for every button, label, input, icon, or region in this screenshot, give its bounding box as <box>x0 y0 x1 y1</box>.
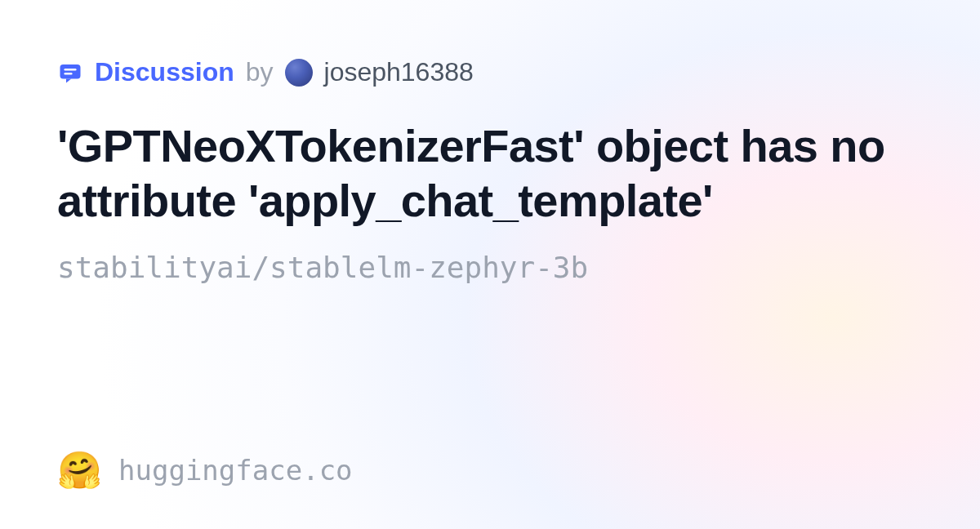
header-row: Discussion by joseph16388 <box>57 57 923 87</box>
avatar <box>285 59 313 87</box>
footer: 🤗 huggingface.co <box>57 452 923 488</box>
svg-rect-0 <box>60 64 81 79</box>
discussion-title: 'GPTNeoXTokenizerFast' object has no att… <box>57 118 923 228</box>
discussion-label: Discussion <box>95 57 234 87</box>
huggingface-emoji-icon: 🤗 <box>57 452 102 488</box>
svg-rect-2 <box>65 73 73 75</box>
discussion-icon <box>57 60 83 86</box>
repo-path: stabilityai/stablelm-zephyr-3b <box>57 251 923 284</box>
username: joseph16388 <box>324 57 474 87</box>
site-name: huggingface.co <box>118 454 353 487</box>
by-label: by <box>246 57 274 87</box>
svg-rect-1 <box>65 69 77 71</box>
